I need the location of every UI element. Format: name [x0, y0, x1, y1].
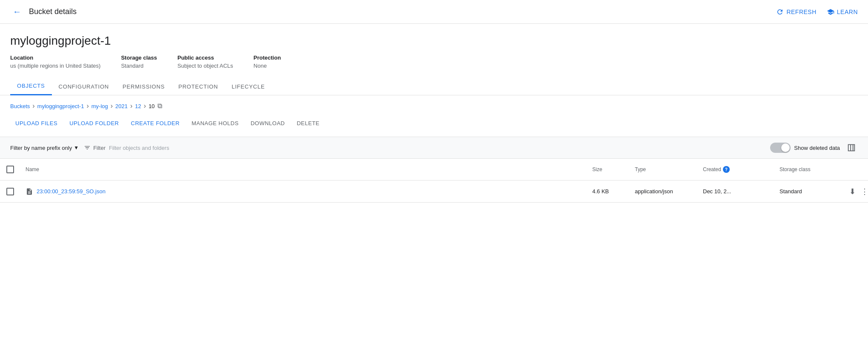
filter-icon-label: Filter	[84, 144, 106, 151]
show-deleted-toggle-container: Show deleted data	[770, 143, 840, 153]
bucket-meta: Location us (multiple regions in United …	[10, 54, 858, 69]
filter-right: Show deleted data	[770, 141, 858, 154]
row-checkbox-cell	[0, 184, 20, 199]
header-checkbox[interactable]	[6, 166, 14, 173]
breadcrumb-sep-3: ›	[111, 102, 113, 110]
meta-location: Location us (multiple regions in United …	[10, 54, 100, 69]
tab-objects[interactable]: OBJECTS	[10, 77, 52, 95]
filter-label: Filter	[93, 145, 106, 151]
learn-button[interactable]: LEARN	[827, 8, 858, 16]
toggle-thumb	[781, 143, 790, 152]
th-type: Type	[630, 163, 698, 176]
breadcrumb-12[interactable]: 12	[135, 103, 141, 109]
breadcrumb-sep-1: ›	[32, 102, 34, 110]
storage-class-label: Storage class	[121, 54, 157, 61]
upload-files-button[interactable]: UPLOAD FILES	[10, 117, 63, 130]
breadcrumb: Buckets › myloggingproject-1 › my-log › …	[0, 95, 868, 113]
filter-prefix-dropdown[interactable]: Filter by name prefix only ▼	[10, 145, 79, 151]
row-storage-class-cell: Standard	[774, 185, 842, 198]
th-created-label: Created	[703, 166, 721, 172]
header: ← Bucket details REFRESH LEARN	[0, 0, 868, 24]
row-actions: ⬇ ⋮	[848, 185, 863, 198]
public-access-label: Public access	[177, 54, 233, 61]
breadcrumb-10: 10	[148, 103, 154, 109]
tab-permissions[interactable]: PERMISSIONS	[116, 77, 171, 95]
back-button[interactable]: ←	[10, 4, 24, 19]
learn-label: LEARN	[837, 9, 858, 15]
filter-icon	[84, 144, 91, 151]
th-name: Name	[20, 163, 587, 176]
row-actions-cell: ⬇ ⋮	[842, 182, 868, 201]
th-storage-class: Storage class	[774, 163, 842, 176]
learn-icon	[827, 8, 834, 16]
filter-dropdown-icon: ▼	[74, 145, 79, 151]
th-actions	[842, 166, 868, 173]
manage-holds-button[interactable]: MANAGE HOLDS	[186, 117, 244, 130]
protection-value: None	[254, 63, 281, 69]
breadcrumb-2021[interactable]: 2021	[115, 103, 128, 109]
th-checkbox	[0, 162, 20, 177]
refresh-button[interactable]: REFRESH	[776, 8, 816, 16]
action-bar: UPLOAD FILES UPLOAD FOLDER CREATE FOLDER…	[0, 113, 868, 137]
tab-configuration[interactable]: CONFIGURATION	[52, 77, 116, 95]
download-button[interactable]: DOWNLOAD	[246, 117, 290, 130]
tab-protection[interactable]: PROTECTION	[171, 77, 225, 95]
th-created: Created ?	[698, 163, 774, 176]
breadcrumb-mylog[interactable]: my-log	[91, 103, 108, 109]
file-name: 23:00:00_23:59:59_SO.json	[37, 188, 106, 195]
row-name-cell[interactable]: 23:00:00_23:59:59_SO.json	[20, 184, 587, 199]
storage-class-value: Standard	[121, 63, 157, 69]
meta-storage-class: Storage class Standard	[121, 54, 157, 69]
tab-lifecycle[interactable]: LIFECYCLE	[225, 77, 271, 95]
row-type-cell: application/json	[630, 185, 698, 198]
breadcrumb-sep-4: ›	[130, 102, 132, 110]
delete-button[interactable]: DELETE	[291, 117, 325, 130]
more-options-icon[interactable]: ⋮	[859, 185, 868, 198]
columns-icon	[847, 143, 856, 152]
created-info-icon[interactable]: ?	[723, 166, 730, 173]
location-label: Location	[10, 54, 100, 61]
create-folder-button[interactable]: CREATE FOLDER	[126, 117, 185, 130]
table-header: Name Size Type Created ? Storage class	[0, 159, 868, 180]
protection-label: Protection	[254, 54, 281, 61]
location-value: us (multiple regions in United States)	[10, 63, 100, 69]
breadcrumb-project[interactable]: myloggingproject-1	[37, 103, 84, 109]
meta-public-access: Public access Subject to object ACLs	[177, 54, 233, 69]
filter-prefix-label: Filter by name prefix only	[10, 145, 72, 151]
filter-input[interactable]	[109, 145, 765, 151]
refresh-icon	[776, 8, 784, 16]
download-row-icon[interactable]: ⬇	[848, 185, 857, 198]
back-icon: ←	[13, 7, 21, 17]
breadcrumb-current: 10 ⧉	[148, 102, 162, 110]
table-container: Name Size Type Created ? Storage class 2…	[0, 159, 868, 203]
th-size: Size	[587, 163, 630, 176]
page-title: Bucket details	[29, 7, 77, 16]
tabs: OBJECTS CONFIGURATION PERMISSIONS PROTEC…	[0, 77, 868, 95]
row-size-cell: 4.6 KB	[587, 185, 630, 198]
bucket-info: myloggingproject-1 Location us (multiple…	[0, 24, 868, 69]
toggle-track	[770, 143, 791, 153]
filter-input-section: Filter	[84, 144, 765, 151]
row-checkbox[interactable]	[6, 188, 14, 195]
table-row: 23:00:00_23:59:59_SO.json 4.6 KB applica…	[0, 180, 868, 203]
upload-folder-button[interactable]: UPLOAD FOLDER	[64, 117, 124, 130]
show-deleted-toggle[interactable]	[770, 143, 791, 153]
breadcrumb-sep-5: ›	[144, 102, 146, 110]
public-access-value: Subject to object ACLs	[177, 63, 233, 69]
breadcrumb-sep-2: ›	[86, 102, 89, 110]
show-deleted-label: Show deleted data	[794, 145, 840, 151]
file-icon	[26, 188, 33, 195]
filter-bar: Filter by name prefix only ▼ Filter Show…	[0, 137, 868, 159]
copy-icon[interactable]: ⧉	[157, 102, 162, 110]
breadcrumb-buckets[interactable]: Buckets	[10, 103, 30, 109]
header-left: ← Bucket details	[10, 4, 77, 19]
refresh-label: REFRESH	[786, 9, 816, 15]
meta-protection: Protection None	[254, 54, 281, 69]
row-created-cell: Dec 10, 2...	[698, 185, 774, 198]
columns-icon-button[interactable]	[845, 141, 858, 154]
bucket-name: myloggingproject-1	[10, 34, 858, 48]
header-actions: REFRESH LEARN	[776, 8, 858, 16]
